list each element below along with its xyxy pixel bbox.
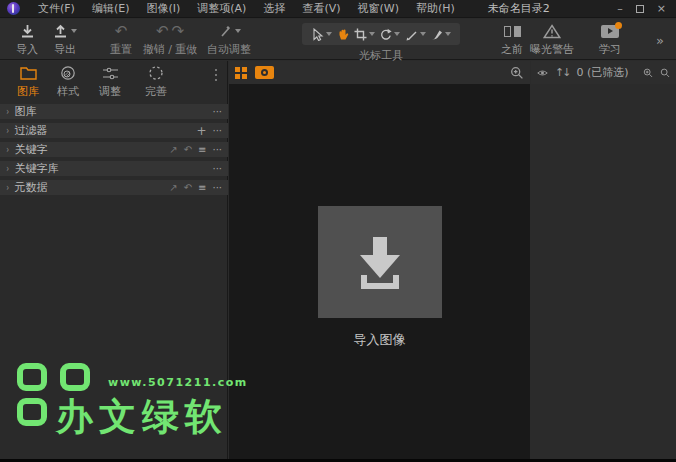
- auto-adjust-caret[interactable]: [235, 29, 241, 33]
- select-cursor-tool[interactable]: [311, 28, 332, 41]
- notification-dot: [615, 22, 622, 29]
- expand-chevron-icon[interactable]: ›: [6, 125, 9, 136]
- reset-button[interactable]: ↶ 重置: [100, 22, 142, 58]
- tab-styles[interactable]: 样式: [48, 64, 88, 99]
- export-icon: [53, 24, 68, 39]
- zoom-in-icon[interactable]: [510, 66, 524, 80]
- tab-adjust[interactable]: 调整: [90, 64, 130, 99]
- expand-chevron-icon[interactable]: ›: [6, 163, 9, 174]
- tab-strip-menu-icon[interactable]: [215, 69, 217, 81]
- learn-button[interactable]: 学习: [592, 22, 628, 58]
- expand-chevron-icon[interactable]: ›: [6, 106, 9, 117]
- expand-chevron-icon[interactable]: ›: [6, 144, 9, 155]
- brush-icon: [430, 28, 443, 41]
- section-keywords[interactable]: › 关键字 ↗ ↶ ≡ ···: [0, 142, 228, 157]
- menubar: 文件(F) 编辑(E) 图像(I) 调整项(A) 选择 查看(V) 视窗(W) …: [38, 1, 455, 16]
- browser-pane: ↑↓ 0 (已筛选): [531, 61, 676, 462]
- section-keyword-library[interactable]: › 关键字库 ···: [0, 161, 228, 176]
- apply-adjustments-icon[interactable]: ↶: [184, 183, 192, 193]
- auto-adjust-wand-icon: [218, 24, 232, 38]
- more-icon[interactable]: ···: [212, 126, 222, 136]
- browser-header: ↑↓ 0 (已筛选): [531, 61, 676, 84]
- tool-sections: › 图库 ··· › 过滤器 + ··· › 关键字 ↗ ↶: [0, 104, 228, 199]
- brush-tool[interactable]: [430, 28, 451, 41]
- pen-caret[interactable]: [420, 32, 426, 36]
- menu-select[interactable]: 选择: [263, 1, 285, 16]
- sliders-icon: [102, 66, 119, 81]
- crop-tool[interactable]: [354, 28, 375, 41]
- undo-redo-buttons[interactable]: ↶ ↷ 撤销 / 重做: [138, 22, 202, 58]
- redo-icon[interactable]: ↷: [172, 24, 185, 38]
- menu-view[interactable]: 查看(V): [302, 1, 340, 16]
- import-button[interactable]: 导入: [8, 22, 46, 58]
- section-metadata[interactable]: › 元数据 ↗ ↶ ≡ ···: [0, 180, 228, 195]
- undo-icon[interactable]: ↶: [156, 24, 169, 38]
- before-after-button[interactable]: 之前: [494, 22, 530, 58]
- add-icon[interactable]: +: [196, 125, 206, 137]
- dashed-circle-icon: [148, 65, 164, 81]
- titlebar: 文件(F) 编辑(E) 图像(I) 调整项(A) 选择 查看(V) 视窗(W) …: [0, 0, 676, 18]
- copy-adjustments-icon[interactable]: ↗: [169, 183, 177, 193]
- menu-adjustments[interactable]: 调整项(A): [197, 1, 246, 16]
- hand-icon: [336, 28, 349, 41]
- styles-icon: [60, 65, 76, 81]
- apply-adjustments-icon[interactable]: ↶: [184, 145, 192, 155]
- import-icon: [8, 22, 46, 40]
- tool-tab-strip: 图库 样式 调整 完善: [0, 61, 227, 100]
- more-icon[interactable]: ···: [212, 183, 222, 193]
- filter-zoom-icon[interactable]: [643, 66, 653, 80]
- sort-order-icon[interactable]: ↑↓: [555, 66, 569, 79]
- more-icon[interactable]: ···: [212, 145, 222, 155]
- more-icon[interactable]: ···: [212, 107, 222, 117]
- tool-sidebar: 图库 样式 调整 完善: [0, 61, 228, 462]
- menu-edit[interactable]: 编辑(E): [92, 1, 130, 16]
- menu-image[interactable]: 图像(I): [146, 1, 180, 16]
- section-filters[interactable]: › 过滤器 + ···: [0, 123, 228, 138]
- crop-caret[interactable]: [369, 32, 375, 36]
- eye-icon[interactable]: [537, 67, 548, 79]
- auto-adjust-button[interactable]: 自动调整: [202, 22, 256, 58]
- rotate-caret[interactable]: [394, 32, 400, 36]
- viewer-header: [229, 61, 530, 84]
- exposure-warning-button[interactable]: 曝光警告: [527, 22, 577, 58]
- preset-menu-icon[interactable]: ≡: [198, 145, 206, 155]
- toolbar-overflow-chevron[interactable]: »: [656, 33, 664, 48]
- viewer-pane: 导入图像: [229, 61, 530, 462]
- cursor-tools-group: [302, 23, 460, 45]
- image-count-label: 0 (已筛选): [576, 65, 628, 80]
- reset-icon: ↶: [115, 24, 128, 38]
- copy-adjustments-icon[interactable]: ↗: [169, 145, 177, 155]
- tab-refine[interactable]: 完善: [136, 64, 176, 99]
- minimize-button[interactable]: –: [617, 3, 623, 14]
- export-button[interactable]: 导出: [43, 22, 87, 58]
- preset-menu-icon[interactable]: ≡: [198, 183, 206, 193]
- section-library[interactable]: › 图库 ···: [0, 104, 228, 119]
- menu-window[interactable]: 视窗(W): [358, 1, 399, 16]
- export-dropdown-caret[interactable]: [71, 29, 77, 33]
- grid-view-icon[interactable]: [235, 67, 247, 79]
- folder-icon: [20, 66, 37, 80]
- pointer-icon: [311, 28, 324, 41]
- pan-hand-tool[interactable]: [336, 28, 349, 41]
- import-images-label: 导入图像: [229, 331, 530, 349]
- search-icon[interactable]: [660, 66, 670, 80]
- maximize-button[interactable]: [636, 5, 644, 13]
- warning-triangle-icon: [543, 24, 561, 39]
- pen-icon: [405, 28, 418, 41]
- rotate-tool[interactable]: [379, 28, 400, 41]
- import-images-button[interactable]: [318, 206, 442, 318]
- spot-pen-tool[interactable]: [405, 28, 426, 41]
- close-button[interactable]: ×: [657, 3, 666, 14]
- pointer-caret[interactable]: [326, 32, 332, 36]
- main-toolbar: 导入 导出 ↶ 重置 ↶ ↷ 撤销 / 重做 自动调整: [0, 19, 676, 60]
- window-controls: – ×: [617, 3, 676, 14]
- tab-library[interactable]: 图库: [8, 64, 48, 99]
- expand-chevron-icon[interactable]: ›: [6, 182, 9, 193]
- app-logo-icon: [7, 2, 20, 15]
- more-icon[interactable]: ···: [212, 164, 222, 174]
- camera-view-icon[interactable]: [255, 66, 274, 79]
- menu-help[interactable]: 帮助(H): [416, 1, 455, 16]
- crop-icon: [354, 28, 367, 41]
- brush-caret[interactable]: [445, 32, 451, 36]
- menu-file[interactable]: 文件(F): [38, 1, 75, 16]
